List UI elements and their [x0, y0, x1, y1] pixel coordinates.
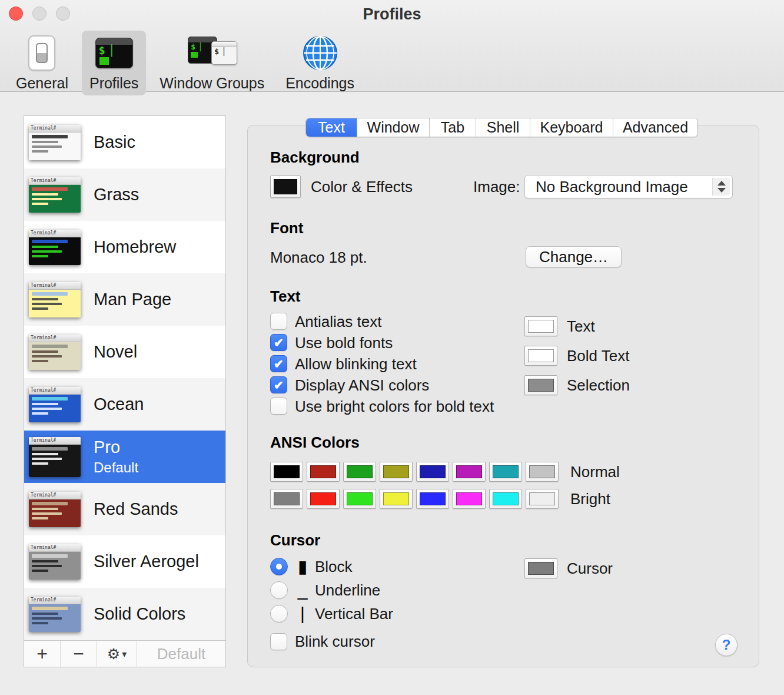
profile-thumbnail: Terminal#: [29, 387, 81, 422]
popup-stepper-icon: [712, 178, 730, 196]
tab-advanced[interactable]: Advanced: [613, 118, 697, 137]
ansi-normal-magenta-well[interactable]: [453, 462, 486, 482]
text-color-well[interactable]: [524, 316, 557, 336]
profile-name: Homebrew: [94, 237, 176, 257]
profile-thumbnail: Terminal#: [29, 597, 81, 632]
add-profile-button[interactable]: +: [24, 641, 61, 667]
tab-tab[interactable]: Tab: [430, 118, 476, 137]
tab-keyboard[interactable]: Keyboard: [530, 118, 613, 137]
ansi-bright-blue-well[interactable]: [416, 489, 449, 509]
blink-cursor-checkbox[interactable]: [270, 633, 287, 650]
tab-text[interactable]: Text: [306, 118, 357, 137]
profile-rows: Terminal# Basic Terminal#: [24, 116, 225, 640]
checkbox-label: Use bright colors for bold text: [295, 398, 494, 415]
profile-name: Man Page: [94, 290, 171, 309]
preferences-window: Profiles General $ ▏ Profiles $ ▏ $ ▏ Wi: [0, 0, 784, 695]
ansi-normal-yellow-well[interactable]: [380, 462, 413, 482]
ansi-normal-blue-well[interactable]: [416, 462, 449, 482]
ansi-bright-cyan-well[interactable]: [489, 489, 522, 509]
remove-profile-button[interactable]: −: [61, 641, 97, 667]
change-font-button[interactable]: Change…: [526, 246, 622, 267]
background-image-popup[interactable]: No Background Image: [524, 175, 733, 198]
cursor-underline-radio[interactable]: [270, 581, 288, 599]
profile-name: Red Sands: [94, 499, 178, 519]
profile-name: Silver Aerogel: [94, 552, 199, 571]
profile-name: Solid Colors: [94, 604, 185, 624]
toolbar-item-general[interactable]: General: [8, 31, 76, 95]
ansi-colors-heading: ANSI Colors: [270, 433, 360, 451]
ansi-row-label: Bright: [570, 490, 610, 508]
profile-row-basic[interactable]: Terminal# Basic: [24, 116, 225, 168]
underline-cursor-glyph: _: [293, 581, 313, 599]
profile-row-pro[interactable]: Terminal# Pro Default: [24, 431, 225, 483]
tab-window[interactable]: Window: [357, 118, 430, 137]
toolbar-item-window-groups[interactable]: $ ▏ $ ▏ Window Groups: [152, 31, 272, 95]
toolbar-item-label: Encodings: [285, 75, 354, 92]
well-label: Cursor: [567, 560, 613, 577]
preferences-toolbar: General $ ▏ Profiles $ ▏ $ ▏ Window Grou…: [8, 31, 368, 95]
profile-row-novel[interactable]: Terminal# Novel: [24, 326, 225, 378]
ansi-bright-green-well[interactable]: [343, 489, 376, 509]
font-heading: Font: [270, 219, 303, 237]
ansi-normal-red-well[interactable]: [307, 462, 340, 482]
profile-thumbnail: Terminal#: [29, 177, 81, 213]
color-effects-label: Color & Effects: [311, 178, 413, 196]
profile-thumbnail: Terminal#: [29, 230, 81, 265]
toolbar-item-encodings[interactable]: Encodings: [278, 31, 362, 95]
profile-name: Pro: [94, 438, 138, 457]
image-label: Image:: [473, 178, 520, 196]
ansi-normal-green-well[interactable]: [343, 462, 376, 482]
profile-name: Basic: [94, 133, 135, 152]
profile-actions-menu-button[interactable]: ⚙ ▾: [97, 641, 137, 667]
cursor-vertical-bar-radio[interactable]: [270, 605, 288, 623]
ansi-normal-black-well[interactable]: [270, 462, 303, 482]
ansi-bright-yellow-well[interactable]: [380, 489, 413, 509]
antialias-text-checkbox[interactable]: [270, 313, 287, 330]
display-ansi-colors-checkbox[interactable]: [270, 376, 287, 393]
vertical-bar-cursor-glyph: |: [293, 605, 313, 623]
checkbox-label: Display ANSI colors: [295, 376, 429, 394]
use-bold-fonts-checkbox[interactable]: [270, 334, 287, 351]
set-default-button[interactable]: Default: [137, 641, 225, 667]
cursor-block-radio[interactable]: [270, 558, 288, 575]
help-button[interactable]: ?: [715, 634, 738, 656]
toolbar-item-profiles[interactable]: $ ▏ Profiles: [82, 31, 146, 95]
profile-row-ocean[interactable]: Terminal# Ocean: [24, 378, 225, 431]
toolbar-item-label: Profiles: [89, 75, 138, 92]
text-settings-panel: Background Color & Effects Image: No Bac…: [247, 125, 759, 667]
ansi-bright-red-well[interactable]: [307, 489, 340, 509]
cursor-color-well[interactable]: [524, 558, 557, 578]
selection-color-well[interactable]: [524, 375, 557, 395]
toolbar-item-label: Window Groups: [160, 75, 264, 92]
profile-tab-bar: Text Window Tab Shell Keyboard Advanced: [305, 118, 698, 137]
ansi-bright-magenta-well[interactable]: [453, 489, 486, 509]
chevron-down-icon: ▾: [122, 648, 127, 660]
window-groups-icon: $ ▏ $ ▏: [187, 34, 237, 72]
text-heading: Text: [270, 287, 301, 305]
profile-row-man-page[interactable]: Terminal# Man Page: [24, 273, 225, 326]
profile-default-badge: Default: [94, 459, 138, 476]
profile-name: Grass: [94, 185, 139, 204]
gear-icon: ⚙: [107, 646, 120, 663]
background-color-well[interactable]: [270, 176, 301, 198]
profile-row-red-sands[interactable]: Terminal# Red Sands: [24, 483, 225, 535]
profile-row-grass[interactable]: Terminal# Grass: [24, 168, 225, 221]
well-label: Selection: [567, 376, 630, 394]
profile-list: Terminal# Basic Terminal#: [24, 115, 226, 667]
bold-text-color-well[interactable]: [524, 346, 557, 366]
ansi-bright-black-well[interactable]: [270, 489, 303, 509]
checkbox-label: Use bold fonts: [295, 334, 393, 352]
block-cursor-glyph: ▮: [293, 558, 313, 575]
ansi-bright-white-well[interactable]: [526, 489, 559, 509]
profile-thumbnail: Terminal#: [29, 544, 81, 580]
ansi-normal-cyan-well[interactable]: [489, 462, 522, 482]
profile-row-homebrew[interactable]: Terminal# Homebrew: [24, 221, 225, 273]
bright-colors-for-bold-checkbox[interactable]: [270, 398, 287, 415]
ansi-normal-white-well[interactable]: [526, 462, 559, 482]
well-label: Bold Text: [567, 347, 629, 365]
tab-shell[interactable]: Shell: [476, 118, 530, 137]
profile-name: Ocean: [94, 395, 144, 414]
profile-row-silver-aerogel[interactable]: Terminal# Silver Aerogel: [24, 535, 225, 588]
allow-blinking-text-checkbox[interactable]: [270, 355, 287, 372]
profile-row-solid-colors[interactable]: Terminal# Solid Colors: [24, 588, 225, 640]
